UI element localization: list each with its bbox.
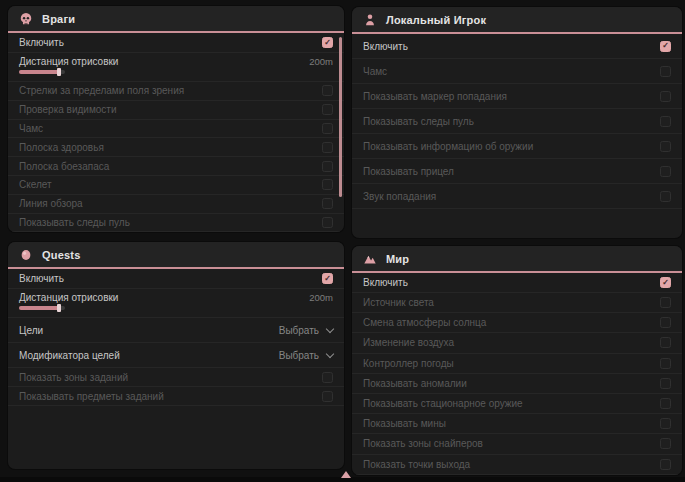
settings-row[interactable]: Звук попадания	[352, 184, 682, 209]
row-label: Чамс	[19, 123, 43, 134]
settings-row[interactable]: Модификатора целейВыбрать	[8, 343, 344, 368]
panel-title: Враги	[42, 13, 75, 25]
settings-row[interactable]: Показать точки выхода	[352, 455, 682, 475]
mountain-icon	[363, 252, 377, 266]
settings-row[interactable]: Смена атмосферы солнца	[352, 313, 682, 333]
panel-local-player: Локальный Игрок Включить✓ЧамсПоказывать …	[352, 7, 682, 238]
checkbox[interactable]	[660, 141, 671, 152]
settings-row[interactable]: Показывать информацию об оружии	[352, 134, 682, 159]
settings-row[interactable]: Показывать следы пуль	[8, 214, 344, 232]
row-label: Звук попадания	[363, 191, 436, 202]
settings-row[interactable]: Показывать прицел	[352, 159, 682, 184]
dropdown-value: Выбрать	[279, 350, 319, 361]
settings-row[interactable]: Чамс	[8, 120, 344, 139]
row-label: Линия обзора	[19, 198, 83, 209]
row-label: Показать зоны заданий	[19, 372, 128, 383]
checkbox[interactable]	[660, 297, 671, 308]
checkbox[interactable]	[660, 398, 671, 409]
row-label: Изменение воздуха	[363, 337, 454, 348]
slider-value: 200m	[309, 292, 333, 303]
quest-circle-icon	[19, 248, 33, 262]
checkbox[interactable]	[322, 198, 333, 209]
checkbox[interactable]	[660, 191, 671, 202]
checkbox[interactable]	[660, 166, 671, 177]
settings-row[interactable]: Показывать маркер попадания	[352, 84, 682, 109]
checkbox[interactable]	[322, 142, 333, 153]
slider-label-row: Дистанция отрисовки200m	[19, 292, 333, 303]
checkbox[interactable]	[322, 104, 333, 115]
settings-row[interactable]: Изменение воздуха	[352, 333, 682, 353]
checkbox[interactable]	[660, 66, 671, 77]
row-label: Скелет	[19, 179, 52, 190]
settings-row[interactable]: Источник света	[352, 293, 682, 313]
checkbox[interactable]	[660, 418, 671, 429]
row-label: Показывать информацию об оружии	[363, 141, 533, 152]
panel-quests-header[interactable]: Quests	[8, 242, 344, 269]
settings-row[interactable]: Включить✓	[352, 34, 682, 59]
settings-row[interactable]: Скелет	[8, 176, 344, 195]
checkbox[interactable]: ✓	[660, 277, 671, 288]
settings-row[interactable]: Показать зоны снайперов	[352, 434, 682, 454]
checkbox[interactable]	[322, 372, 333, 383]
settings-row[interactable]: Контроллер погоды	[352, 354, 682, 374]
checkbox[interactable]	[660, 459, 671, 470]
settings-row[interactable]: Показывать мины	[352, 414, 682, 434]
row-label: Включить	[19, 273, 64, 284]
settings-row[interactable]: Показать зоны заданий	[8, 368, 344, 387]
slider-fill	[19, 306, 59, 310]
settings-row[interactable]: Дистанция отрисовки200m	[8, 53, 344, 82]
slider[interactable]	[19, 306, 65, 310]
check-icon: ✓	[324, 39, 331, 47]
check-icon: ✓	[324, 275, 331, 283]
slider[interactable]	[19, 70, 65, 74]
checkbox[interactable]	[660, 337, 671, 348]
checkbox[interactable]	[660, 358, 671, 369]
checkbox[interactable]	[322, 123, 333, 134]
checkbox[interactable]	[322, 391, 333, 402]
settings-row[interactable]: Включить✓	[8, 269, 344, 289]
scrollbar[interactable]	[339, 37, 342, 197]
checkbox[interactable]	[322, 161, 333, 172]
panel-local-player-body: Включить✓ЧамсПоказывать маркер попадания…	[352, 34, 682, 209]
panel-local-player-header[interactable]: Локальный Игрок	[352, 7, 682, 34]
settings-row[interactable]: Дистанция отрисовки200m	[8, 289, 344, 318]
row-label: Дистанция отрисовки	[19, 292, 118, 303]
settings-row[interactable]: ЦелиВыбрать	[8, 318, 344, 343]
row-label: Показать зоны снайперов	[363, 438, 483, 449]
settings-row[interactable]: Включить✓	[8, 33, 344, 53]
settings-row[interactable]: Полоска боезапаса	[8, 157, 344, 176]
slider-value: 200m	[309, 56, 333, 67]
row-label: Показывать предметы заданий	[19, 391, 164, 402]
settings-row[interactable]: Показывать аномалии	[352, 374, 682, 394]
slider-fill	[19, 70, 59, 74]
checkbox[interactable]	[660, 91, 671, 102]
row-label: Дистанция отрисовки	[19, 56, 118, 67]
panel-world-header[interactable]: Мир	[352, 246, 682, 273]
checkbox[interactable]	[660, 378, 671, 389]
settings-row[interactable]: Стрелки за пределами поля зрения	[8, 82, 344, 101]
checkbox[interactable]: ✓	[322, 37, 333, 48]
settings-row[interactable]: Проверка видимости	[8, 101, 344, 120]
slider-thumb[interactable]	[57, 68, 61, 76]
settings-row[interactable]: Показывать следы пуль	[352, 109, 682, 134]
panel-enemies-header[interactable]: Враги	[8, 6, 344, 33]
settings-row[interactable]: Показывать стационарное оружие	[352, 394, 682, 414]
checkbox[interactable]	[660, 116, 671, 127]
person-icon	[363, 13, 377, 27]
checkbox[interactable]: ✓	[322, 273, 333, 284]
dropdown[interactable]: Выбрать	[279, 350, 333, 361]
settings-row[interactable]: Полоска здоровья	[8, 138, 344, 157]
dropdown[interactable]: Выбрать	[279, 325, 333, 336]
dropdown-value: Выбрать	[279, 325, 319, 336]
settings-row[interactable]: Чамс	[352, 59, 682, 84]
checkbox[interactable]	[660, 438, 671, 449]
checkbox[interactable]: ✓	[660, 41, 671, 52]
checkbox[interactable]	[322, 179, 333, 190]
slider-thumb[interactable]	[57, 304, 61, 312]
settings-row[interactable]: Показывать предметы заданий	[8, 387, 344, 406]
checkbox[interactable]	[660, 317, 671, 328]
settings-row[interactable]: Линия обзора	[8, 195, 344, 214]
checkbox[interactable]	[322, 85, 333, 96]
checkbox[interactable]	[322, 217, 333, 228]
settings-row[interactable]: Включить✓	[352, 273, 682, 293]
